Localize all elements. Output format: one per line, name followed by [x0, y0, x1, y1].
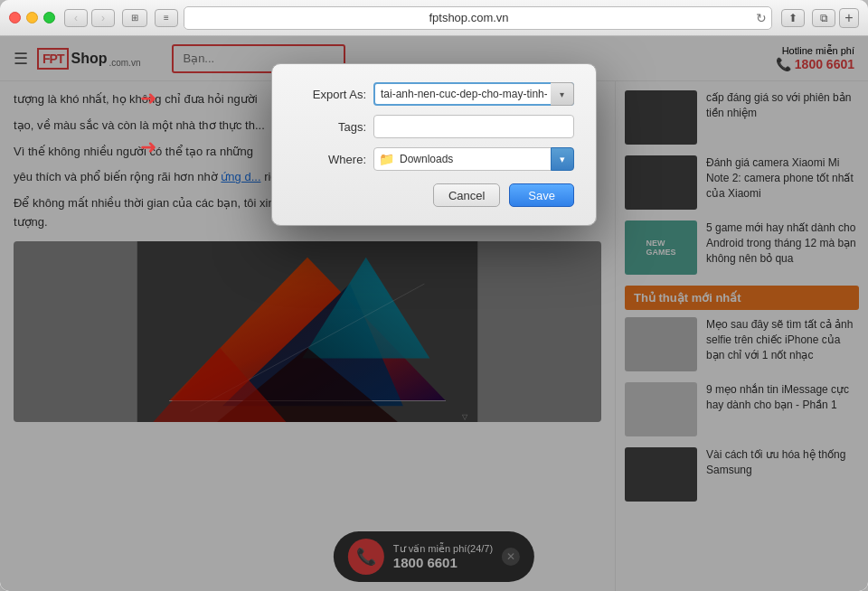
- where-chevron-button[interactable]: ▾: [551, 147, 574, 171]
- traffic-lights: [9, 12, 55, 23]
- title-bar: ‹ › ⊞ ≡ ↻ ⬆ ⧉ +: [0, 0, 868, 36]
- close-button[interactable]: [9, 12, 21, 23]
- nav-buttons: ‹ ›: [64, 9, 115, 27]
- dialog-overlay: ➜ ➜ Export As: ▾ Tags: W: [0, 36, 868, 591]
- folder-icon: 📁: [379, 152, 394, 166]
- where-row: Where: 📁 Downloads Desktop Documents ▾: [294, 147, 574, 171]
- export-as-input-wrapper: ▾: [373, 82, 574, 106]
- toolbar-right: ⬆ ⧉: [781, 9, 835, 27]
- forward-button[interactable]: ›: [91, 9, 115, 27]
- export-as-label: Export As:: [294, 88, 366, 101]
- back-button[interactable]: ‹: [64, 9, 88, 27]
- where-select-wrapper: 📁 Downloads Desktop Documents ▾: [373, 147, 574, 171]
- save-button[interactable]: Save: [509, 183, 574, 207]
- export-as-dropdown[interactable]: ▾: [551, 82, 574, 106]
- save-dialog: Export As: ▾ Tags: Where: 📁: [271, 63, 597, 226]
- where-select[interactable]: Downloads Desktop Documents: [373, 147, 574, 171]
- dialog-buttons: Cancel Save: [294, 183, 574, 207]
- url-bar-container: ↻: [184, 6, 772, 30]
- page-content: ☰ FPT Shop .com.vn Hotline miễn phí 📞 18…: [0, 36, 868, 591]
- new-tab-button[interactable]: +: [839, 8, 859, 28]
- url-input[interactable]: [184, 6, 772, 30]
- tags-row: Tags:: [294, 115, 574, 138]
- where-label: Where:: [294, 153, 366, 166]
- tags-input[interactable]: [373, 115, 574, 138]
- cancel-button[interactable]: Cancel: [433, 183, 500, 207]
- reader-button[interactable]: ≡: [155, 9, 178, 27]
- browser-window: ‹ › ⊞ ≡ ↻ ⬆ ⧉ + ☰ FPT Shop .com.vn: [0, 0, 868, 591]
- export-as-row: Export As: ▾: [294, 82, 574, 106]
- windows-button[interactable]: ⧉: [812, 9, 835, 27]
- tab-group-button[interactable]: ⊞: [122, 9, 147, 27]
- tags-label: Tags:: [294, 120, 366, 134]
- export-as-input[interactable]: [373, 82, 574, 106]
- where-arrow-annotation: ➜: [140, 136, 156, 159]
- maximize-button[interactable]: [43, 12, 55, 23]
- reload-button[interactable]: ↻: [756, 11, 767, 25]
- minimize-button[interactable]: [26, 12, 38, 23]
- share-button[interactable]: ⬆: [781, 9, 805, 27]
- export-arrow-annotation: ➜: [140, 87, 156, 110]
